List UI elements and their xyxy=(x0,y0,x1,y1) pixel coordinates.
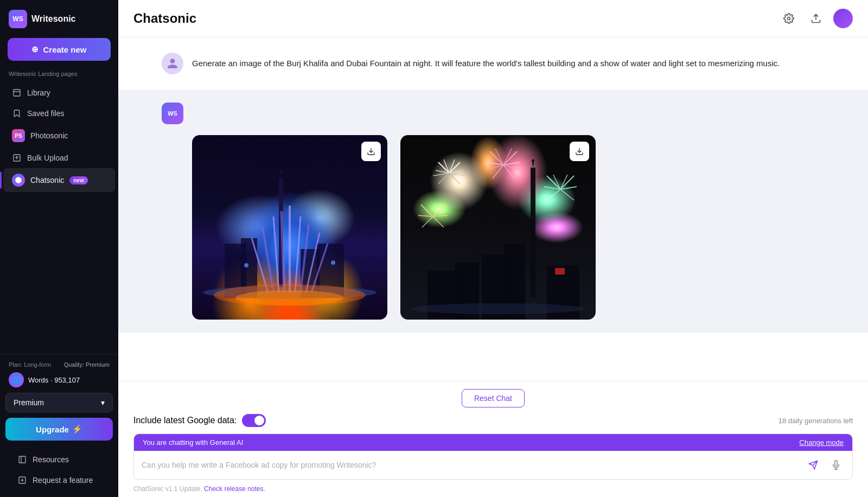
premium-label: Premium xyxy=(14,398,44,407)
user-avatar xyxy=(162,53,183,74)
top-bar-actions xyxy=(779,9,853,28)
download-button-2[interactable] xyxy=(570,142,589,161)
sidebar-item-request-feature[interactable]: Request a feature xyxy=(9,470,110,490)
change-mode-link[interactable]: Change mode xyxy=(799,438,844,447)
photosonic-icon: PS xyxy=(12,129,25,142)
sidebar-bottom: Plan: Long-form Quality: Premium 🌐 Words… xyxy=(0,354,118,497)
new-badge: new xyxy=(69,176,87,184)
ai-avatar: WS xyxy=(162,103,183,124)
plan-label: Plan: Long-form xyxy=(9,361,51,368)
svg-rect-0 xyxy=(14,90,20,96)
library-label: Library xyxy=(27,88,50,97)
premium-button[interactable]: Premium ▾ xyxy=(5,393,113,412)
sidebar-item-resources[interactable]: Resources xyxy=(9,449,110,470)
upgrade-label: Upgrade xyxy=(36,425,69,434)
svg-point-31 xyxy=(331,260,335,265)
svg-line-65 xyxy=(547,189,560,200)
svg-marker-13 xyxy=(280,170,282,179)
upload-icon xyxy=(12,153,22,163)
svg-marker-34 xyxy=(532,160,534,168)
sidebar-item-chatsonic[interactable]: Chatsonic new xyxy=(3,168,115,192)
svg-line-20 xyxy=(263,227,273,292)
svg-line-71 xyxy=(418,215,433,216)
sidebar-item-photosonic[interactable]: PS Photosonic xyxy=(3,124,115,148)
svg-point-75 xyxy=(411,303,585,314)
plan-info: Plan: Long-form Quality: Premium xyxy=(5,361,113,372)
plus-icon: ⊕ xyxy=(31,44,39,54)
chatsonic-label: Chatsonic xyxy=(30,176,64,184)
ai-response: WS xyxy=(118,90,868,333)
chat-area: Generate an image of the Burj Khalifa an… xyxy=(118,37,868,381)
request-feature-label: Request a feature xyxy=(33,476,93,485)
user-message-text: Generate an image of the Burj Khalifa an… xyxy=(192,53,780,74)
release-notes-link[interactable]: Check release notes. xyxy=(204,485,265,493)
svg-line-21 xyxy=(273,216,279,292)
resources-icon xyxy=(17,455,27,464)
svg-point-4 xyxy=(15,177,22,183)
chat-input-row xyxy=(134,451,852,479)
bookmark-icon xyxy=(12,109,22,118)
bulk-upload-label: Bulk Upload xyxy=(27,154,68,162)
svg-point-30 xyxy=(244,263,248,267)
svg-line-69 xyxy=(421,205,433,216)
section-label: Writesonic Landing pages xyxy=(0,71,118,82)
version-text: ChatSonic v1.1 Update. xyxy=(133,485,202,493)
book-icon xyxy=(12,88,22,98)
main-content: Chatsonic Genera xyxy=(118,0,868,497)
chat-input[interactable] xyxy=(142,461,799,469)
svg-rect-33 xyxy=(531,168,535,298)
page-title: Chatsonic xyxy=(133,11,196,26)
svg-line-74 xyxy=(433,216,444,227)
download-button-1[interactable] xyxy=(361,142,381,161)
sidebar: WS Writesonic ⊕ Create new Writesonic La… xyxy=(0,0,118,497)
words-row: 🌐 Words · 953,107 xyxy=(5,372,113,393)
reset-chat-row: Reset Chat xyxy=(118,381,868,412)
mic-button[interactable] xyxy=(827,456,845,474)
upload-button[interactable] xyxy=(806,9,826,28)
image-card-fountain xyxy=(192,135,387,320)
logo-area: WS Writesonic xyxy=(0,0,118,38)
avatar[interactable] xyxy=(833,9,853,28)
sidebar-item-saved-files[interactable]: Saved files xyxy=(3,103,115,124)
reset-chat-button[interactable]: Reset Chat xyxy=(462,389,525,407)
image-grid xyxy=(162,135,825,320)
logo-icon: WS xyxy=(9,10,27,28)
daily-gen-label: 18 daily generations left xyxy=(778,417,853,425)
bottom-bar: Reset Chat Include latest Google data: 1… xyxy=(118,381,868,497)
send-button[interactable] xyxy=(805,456,822,474)
create-new-button[interactable]: ⊕ Create new xyxy=(8,38,111,61)
settings-button[interactable] xyxy=(779,9,799,28)
ws-logo-small: WS xyxy=(168,110,177,117)
svg-line-53 xyxy=(495,149,503,165)
svg-point-29 xyxy=(235,290,344,305)
sidebar-item-bulk-upload[interactable]: Bulk Upload xyxy=(3,148,115,168)
svg-line-70 xyxy=(433,205,445,216)
sidebar-footer-items: Resources Request a feature xyxy=(5,446,113,490)
create-new-label: Create new xyxy=(43,45,86,54)
svg-rect-40 xyxy=(555,268,565,275)
upgrade-button[interactable]: Upgrade ⚡ xyxy=(5,418,113,441)
user-message: Generate an image of the Burj Khalifa an… xyxy=(162,53,825,74)
google-data-toggle[interactable] xyxy=(242,414,266,427)
logo-text: Writesonic xyxy=(31,14,76,24)
words-count: Words · 953,107 xyxy=(28,376,80,384)
top-bar: Chatsonic xyxy=(118,0,868,37)
svg-line-54 xyxy=(503,149,512,165)
svg-line-72 xyxy=(433,215,448,216)
fireworks-image xyxy=(400,135,596,320)
svg-point-10 xyxy=(788,17,790,20)
google-data-label: Include latest Google data: xyxy=(133,416,237,425)
globe-icon: 🌐 xyxy=(9,372,24,387)
sidebar-item-library[interactable]: Library xyxy=(3,82,115,103)
quality-label: Quality: Premium xyxy=(64,361,110,368)
svg-rect-5 xyxy=(19,456,25,463)
lightning-icon: ⚡ xyxy=(72,424,82,434)
request-icon xyxy=(17,475,27,485)
version-row: ChatSonic v1.1 Update. Check release not… xyxy=(118,484,868,497)
image-card-fireworks xyxy=(400,135,596,320)
google-data-row: Include latest Google data: 18 daily gen… xyxy=(118,412,868,431)
svg-line-68 xyxy=(560,175,567,189)
logo-initials: WS xyxy=(12,15,23,23)
svg-line-66 xyxy=(560,189,574,200)
svg-line-67 xyxy=(553,175,560,189)
